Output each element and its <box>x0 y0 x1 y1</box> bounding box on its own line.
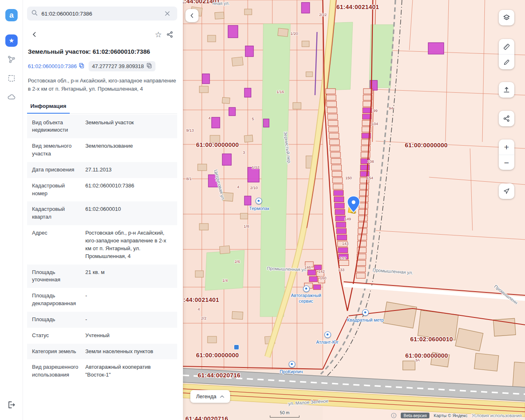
locate-me-button[interactable] <box>499 183 514 199</box>
logout-button[interactable] <box>5 399 18 411</box>
info-row-value: Землепользование <box>85 142 172 158</box>
app-logo[interactable]: a <box>5 9 18 21</box>
chips-row: 61:02:0600010:7386 47.277727 39.809318 <box>28 61 176 71</box>
map-canvas[interactable] <box>183 0 525 420</box>
attribution-text: Карты © Яндекс <box>434 413 468 418</box>
cadastral-number-text: 61:02:0600010:7386 <box>28 63 77 69</box>
collapse-panel-button[interactable] <box>185 9 199 22</box>
info-row-value: 21 кв. м <box>85 269 172 284</box>
info-row-label: Вид объекта недвижимости <box>32 119 85 135</box>
info-row-label: Кадастровый квартал <box>32 205 85 221</box>
info-row-value: - <box>85 292 172 308</box>
dashed-square-icon <box>7 74 16 83</box>
upload-button[interactable] <box>499 82 514 98</box>
info-row: Площадь декларированная- <box>27 288 177 312</box>
navigation-arrow-icon <box>503 187 510 195</box>
sidebar-item-favorites[interactable]: ★ <box>5 34 18 47</box>
coordinates-chip: 47.277727 39.809318 <box>89 61 155 71</box>
transit-stop-icon[interactable] <box>234 345 239 350</box>
tab-information[interactable]: Информация <box>27 99 70 114</box>
info-row-value: 27.11.2013 <box>85 166 172 174</box>
sidebar-item-cloud[interactable] <box>5 91 18 103</box>
info-row-label: Площадь <box>32 316 85 324</box>
cloud-icon <box>7 93 16 102</box>
terms-link[interactable]: Условия использования <box>472 413 522 418</box>
star-icon: ★ <box>9 37 14 44</box>
poi-icon[interactable] <box>362 309 369 316</box>
legend-button[interactable]: Легенда <box>190 390 230 403</box>
chevron-left-icon <box>189 12 195 19</box>
info-row-label: Вид земельного участка <box>32 142 85 158</box>
info-row-label: Кадастровый номер <box>32 182 85 198</box>
star-outline-icon: ☆ <box>155 30 162 39</box>
zoom-group: + − <box>499 139 514 170</box>
info-row-value: Земельный участок <box>85 119 172 135</box>
ruler-button[interactable] <box>499 39 514 54</box>
scale-line <box>270 415 299 418</box>
info-row-label: Площадь декларированная <box>32 292 85 308</box>
poi-icon[interactable] <box>303 285 310 292</box>
page-title: Земельный участок: 61:02:0600010:7386 <box>28 48 176 56</box>
poi-icon[interactable] <box>324 331 331 338</box>
map-attribution: Beta-версия Карты © Яндекс Условия испол… <box>391 413 522 418</box>
search-bar <box>27 7 177 21</box>
edit-button[interactable] <box>499 54 514 69</box>
info-row-label: Вид разрешенного использования <box>32 363 85 379</box>
sidebar-item-area-select[interactable] <box>5 72 18 84</box>
info-row-label: Категория земель <box>32 348 85 356</box>
info-row-value: Автогаражный кооператив "Восток-1" <box>85 363 172 379</box>
info-row-value: - <box>85 316 172 324</box>
info-row-value: Ростовская обл., р-н Аксайский, юго-запа… <box>85 229 172 260</box>
copy-icon[interactable] <box>79 63 84 70</box>
scale-label: 50 m <box>270 410 299 415</box>
info-row: СтатусУчтенный <box>27 328 177 344</box>
pencil-icon <box>503 58 511 66</box>
info-row-value: 61:02:0600010 <box>85 205 172 221</box>
map-area[interactable]: 61:44:002140161:44:002140161:00:00000006… <box>183 0 525 420</box>
measure-edit-group <box>499 39 514 69</box>
info-row: Кадастровый квартал61:02:0600010 <box>27 201 177 225</box>
poi-icon[interactable] <box>256 198 262 204</box>
exit-icon <box>7 400 16 409</box>
info-row-value: Учтенный <box>85 332 172 340</box>
object-info-panel: ☆ Земельный участок: 61:02:0600010:7386 … <box>23 0 183 420</box>
info-row: Площадь уточненная21 кв. м <box>27 265 177 288</box>
info-row: Вид разрешенного использованияАвтогаражн… <box>27 359 177 383</box>
app-icon-bar: a ★ <box>0 0 23 420</box>
map-share-button[interactable] <box>499 111 514 126</box>
info-row-value: 61:02:0600010:7386 <box>85 182 172 198</box>
upload-icon <box>502 86 511 94</box>
legend-button-label: Легенда <box>196 393 216 399</box>
share-button[interactable] <box>164 29 176 40</box>
info-table: Вид объекта недвижимостиЗемельный участо… <box>27 115 177 383</box>
favorite-button[interactable]: ☆ <box>153 29 164 40</box>
ruler-icon <box>502 43 511 51</box>
info-row-label: Площадь уточненная <box>32 269 85 284</box>
layers-button[interactable] <box>499 10 514 25</box>
zoom-out-button[interactable]: − <box>499 155 514 170</box>
beta-badge: Beta-версия <box>401 413 429 418</box>
info-row-label: Дата присвоения <box>32 166 85 174</box>
search-input[interactable] <box>41 11 158 17</box>
info-row: АдресРостовская обл., р-н Аксайский, юго… <box>27 225 177 264</box>
share-icon <box>503 115 510 122</box>
info-row: Площадь- <box>27 312 177 328</box>
poi-icon[interactable] <box>289 361 295 368</box>
chevron-up-icon <box>220 395 224 398</box>
zoom-in-button[interactable]: + <box>499 139 514 155</box>
cadastral-number-link[interactable]: 61:02:0600010:7386 <box>28 63 84 70</box>
back-button[interactable] <box>29 29 40 40</box>
info-icon[interactable] <box>391 413 397 418</box>
info-row-label: Адрес <box>32 229 85 260</box>
clear-search-icon[interactable] <box>162 8 173 19</box>
sidebar-item-layers-graph[interactable] <box>5 53 18 66</box>
copy-icon[interactable] <box>146 63 152 70</box>
coordinates-text: 47.277727 39.809318 <box>92 63 144 69</box>
info-row: Вид объекта недвижимостиЗемельный участо… <box>27 115 177 139</box>
tabs-bar: Информация <box>27 99 177 114</box>
info-row: Категория земельЗемли населенных пунктов <box>27 344 177 360</box>
panel-actions-row: ☆ <box>27 29 177 40</box>
search-icon <box>31 9 38 18</box>
nodes-icon <box>7 55 16 64</box>
plus-icon: + <box>504 143 509 151</box>
